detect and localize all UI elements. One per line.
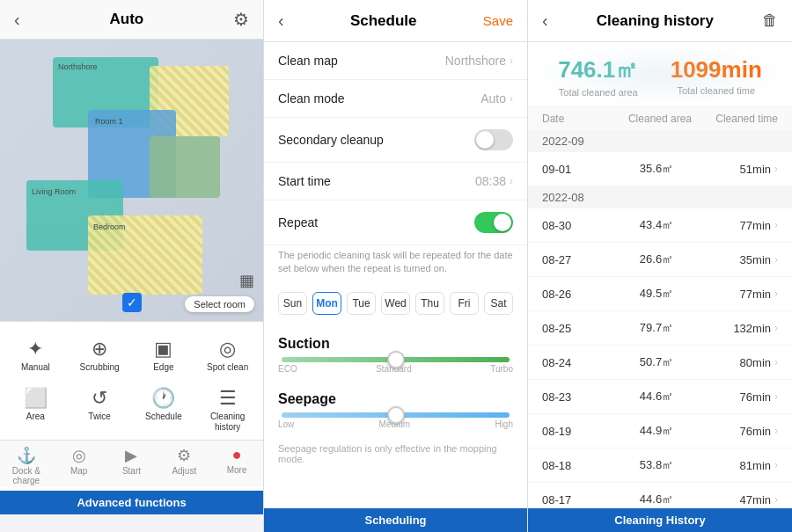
history-row[interactable]: 08-26 49.5㎡ 77min › [528, 277, 792, 311]
schedule-list: Clean map Northshore › Clean mode Auto ›… [264, 42, 527, 508]
row-time: 132min [694, 322, 771, 335]
row-chevron: › [774, 219, 778, 231]
edge-label: Edge [153, 362, 173, 373]
start-time-value: 08:38 › [475, 174, 513, 188]
manual-icon-item[interactable]: ✦ Manual [4, 331, 68, 380]
history-table-header: Date Cleaned area Cleaned time [528, 107, 792, 130]
panel2-back-icon[interactable]: ‹ [278, 11, 284, 31]
scrubbing-icon: ⊕ [92, 338, 107, 361]
group-header-2022-09: 2022-09 [528, 130, 792, 152]
repeat-row: Repeat [264, 200, 527, 245]
area-icon-item[interactable]: ⬜ Area [4, 380, 68, 440]
secondary-cleanup-toggle[interactable] [474, 129, 513, 150]
select-room-badge[interactable]: Select room [185, 296, 254, 312]
panel2-save-button[interactable]: Save [483, 13, 513, 28]
total-area-block: 746.1㎡ Total cleaned area [558, 55, 638, 98]
cleaning-history-icon-item[interactable]: ☰ Cleaning history [195, 380, 260, 440]
total-time-value: 1099min [671, 56, 762, 84]
suction-label-turbo: Turbo [490, 364, 513, 374]
history-row[interactable]: 08-30 43.4㎡ 77min › [528, 208, 792, 243]
row-time: 47min [694, 493, 771, 506]
row-date: 08-19 [542, 425, 619, 438]
seepage-note: Seepage regulation is only effective in … [264, 438, 527, 470]
room-hatch2[interactable]: Bedroom [88, 215, 202, 295]
clean-map-row[interactable]: Clean map Northshore › [264, 42, 527, 80]
nav-map[interactable]: ◎ Map [53, 446, 106, 485]
day-mon[interactable]: Mon [312, 292, 341, 315]
panel2-title: Schedule [350, 12, 417, 30]
scrubbing-icon-item[interactable]: ⊕ Scrubbing [68, 331, 132, 380]
schedule-label: Schedule [145, 412, 182, 422]
history-list: 2022-09 09-01 35.6㎡ 51min › 2022-08 08-3… [528, 130, 792, 508]
room-olive[interactable] [150, 136, 220, 198]
panel3-footer: Cleaning History [528, 508, 792, 532]
day-buttons: Sun Mon Tue Wed Thu Fri Sat [264, 285, 527, 327]
dock-icon: ⚓ [17, 446, 36, 465]
suction-thumb[interactable] [387, 351, 405, 368]
panel1-gear-icon[interactable]: ⚙ [233, 9, 249, 30]
row-date: 08-17 [542, 493, 619, 506]
row-time: 51min [694, 163, 771, 176]
nav-more[interactable]: ● More [210, 446, 263, 485]
start-time-row[interactable]: Start time 08:38 › [264, 163, 527, 200]
twice-icon-item[interactable]: ↺ Twice [68, 380, 132, 440]
row-date: 08-27 [542, 253, 619, 266]
history-row[interactable]: 08-17 44.6㎡ 47min › [528, 483, 792, 508]
nav-start[interactable]: ▶ Start [106, 446, 158, 485]
repeat-note: The periodic cleaning task will be repea… [264, 245, 527, 285]
day-wed[interactable]: Wed [381, 292, 410, 315]
repeat-toggle[interactable] [474, 212, 513, 233]
panel1-footer: Advanced functions [0, 491, 263, 514]
secondary-cleanup-label: Secondary cleanup [278, 133, 384, 147]
panel3-back-icon[interactable]: ‹ [542, 11, 548, 31]
history-row[interactable]: 09-01 35.6㎡ 51min › [528, 152, 792, 186]
bottom-sheet: ✦ Manual ⊕ Scrubbing ▣ Edge ◎ Spot clean… [0, 321, 263, 491]
chevron-right-icon: › [510, 55, 513, 67]
history-row[interactable]: 08-18 53.8㎡ 81min › [528, 448, 792, 483]
start-icon: ▶ [125, 446, 137, 465]
schedule-icon-item[interactable]: 🕐 Schedule [132, 380, 196, 440]
day-thu[interactable]: Thu [415, 292, 444, 315]
header-area: Cleaned area [620, 113, 699, 125]
panel1-topbar: ‹ Auto ⚙ [0, 0, 263, 40]
row-area: 26.6㎡ [619, 251, 695, 267]
history-row[interactable]: 08-25 79.7㎡ 132min › [528, 311, 792, 346]
clean-mode-value: Auto › [480, 91, 513, 106]
seepage-thumb[interactable] [387, 406, 405, 424]
edge-icon-item[interactable]: ▣ Edge [132, 331, 196, 380]
suction-track[interactable] [282, 357, 510, 362]
edge-icon: ▣ [154, 338, 172, 361]
seepage-track[interactable] [282, 412, 510, 418]
manual-icon: ✦ [27, 338, 43, 361]
panel1-back-icon[interactable]: ‹ [14, 10, 20, 30]
twice-label: Twice [88, 412, 111, 422]
day-fri[interactable]: Fri [450, 292, 479, 315]
row-chevron: › [774, 425, 778, 437]
room-select-check[interactable]: ✓ [122, 293, 142, 312]
schedule-icon: 🕐 [151, 387, 175, 410]
history-row[interactable]: 08-23 44.6㎡ 76min › [528, 380, 792, 414]
row-area: 44.6㎡ [619, 389, 695, 404]
row-area: 49.5㎡ [619, 286, 695, 302]
nav-adjust[interactable]: ⚙ Adjust [158, 446, 210, 485]
clean-mode-row[interactable]: Clean mode Auto › [264, 80, 527, 118]
history-row[interactable]: 08-24 50.7㎡ 80min › [528, 346, 792, 380]
start-label: Start [122, 466, 141, 476]
qr-icon: ▦ [239, 271, 254, 290]
panel3-title: Cleaning history [597, 12, 714, 30]
spot-clean-label: Spot clean [207, 362, 248, 373]
day-sun[interactable]: Sun [278, 292, 307, 315]
map-container: Northshore Room 1 Living Room Bedroom ✓ … [0, 40, 263, 321]
spot-clean-icon-item[interactable]: ◎ Spot clean [195, 331, 260, 380]
day-tue[interactable]: Tue [347, 292, 376, 315]
more-icon: ● [232, 446, 242, 464]
day-sat[interactable]: Sat [484, 292, 513, 315]
panel3-trash-icon[interactable]: 🗑 [762, 11, 778, 30]
adjust-icon: ⚙ [177, 446, 191, 465]
more-label: More [227, 465, 247, 475]
room-label-3: Living Room [32, 187, 76, 196]
row-date: 08-24 [542, 356, 619, 369]
history-row[interactable]: 08-19 44.9㎡ 76min › [528, 414, 792, 448]
nav-dock[interactable]: ⚓ Dock &charge [0, 446, 53, 485]
history-row[interactable]: 08-27 26.6㎡ 35min › [528, 243, 792, 277]
